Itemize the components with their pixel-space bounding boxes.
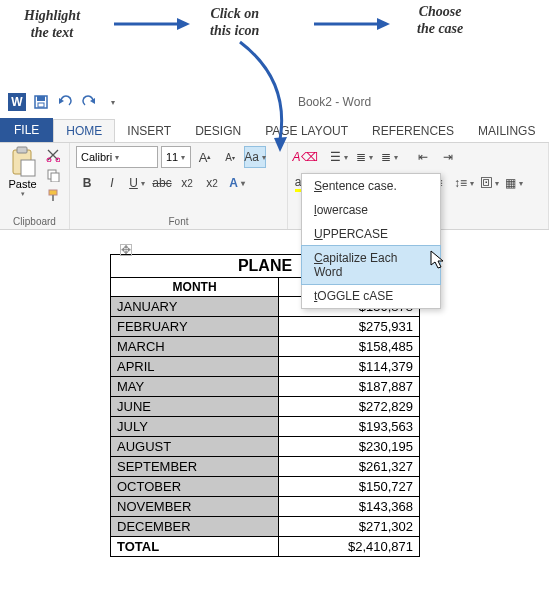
total-value: $2,410,871 — [279, 537, 420, 557]
svg-rect-11 — [17, 147, 27, 153]
shrink-font-icon[interactable]: A▾ — [219, 146, 241, 168]
change-case-label: Aa — [244, 150, 259, 164]
menu-uppercase[interactable]: UPPERCASE — [302, 222, 440, 246]
table-row[interactable]: FEBRUARY$275,931 — [111, 317, 420, 337]
table-row[interactable]: NOVEMBER$143,368 — [111, 497, 420, 517]
tab-mailings[interactable]: MAILINGS — [466, 120, 547, 142]
cell-month[interactable]: JUNE — [111, 397, 279, 417]
cell-value[interactable]: $150,727 — [279, 477, 420, 497]
save-icon[interactable] — [30, 91, 52, 113]
menu-lowercase[interactable]: lowercase — [302, 198, 440, 222]
menu-capitalize-each-word[interactable]: Capitalize Each Word — [302, 246, 440, 284]
numbering-icon[interactable]: ≣▾ — [353, 146, 375, 168]
table-row[interactable]: MARCH$158,485 — [111, 337, 420, 357]
cell-value[interactable]: $230,195 — [279, 437, 420, 457]
tutorial-annotations: Highlightthe text Click onthis icon Choo… — [0, 0, 549, 88]
menu-toggle-case[interactable]: tOGGLE cASE — [302, 284, 440, 308]
cell-month[interactable]: JANUARY — [111, 297, 279, 317]
table-row[interactable]: SEPTEMBER$261,327 — [111, 457, 420, 477]
svg-rect-12 — [21, 160, 35, 176]
cell-month[interactable]: AUGUST — [111, 437, 279, 457]
copy-icon[interactable] — [43, 166, 63, 184]
tab-file[interactable]: FILE — [0, 118, 53, 142]
svg-rect-17 — [49, 190, 57, 195]
tab-page-layout[interactable]: PAGE LAYOUT — [253, 120, 360, 142]
tab-references[interactable]: REFERENCES — [360, 120, 466, 142]
paste-button[interactable]: Paste ▾ — [6, 146, 39, 198]
cell-value[interactable]: $143,368 — [279, 497, 420, 517]
svg-rect-7 — [38, 103, 44, 107]
cell-month[interactable]: OCTOBER — [111, 477, 279, 497]
cell-month[interactable]: MAY — [111, 377, 279, 397]
text-effects-button[interactable]: A▾ — [226, 172, 248, 194]
table-row[interactable]: JULY$193,563 — [111, 417, 420, 437]
svg-marker-1 — [177, 18, 190, 30]
table-row[interactable]: MAY$187,887 — [111, 377, 420, 397]
font-name-value: Calibri — [81, 151, 112, 163]
borders-icon[interactable]: ▦▾ — [503, 172, 525, 194]
grow-font-icon[interactable]: A▴ — [194, 146, 216, 168]
table-row[interactable]: APRIL$114,379 — [111, 357, 420, 377]
cell-month[interactable]: SEPTEMBER — [111, 457, 279, 477]
quick-access-toolbar: W ▾ Book2 - Word — [0, 88, 549, 116]
italic-button[interactable]: I — [101, 172, 123, 194]
line-spacing-icon[interactable]: ↕≡▾ — [453, 172, 475, 194]
qat-customize-icon[interactable]: ▾ — [102, 91, 124, 113]
clipboard-icon — [9, 146, 37, 178]
cell-month[interactable]: NOVEMBER — [111, 497, 279, 517]
change-case-menu: Sentence case. lowercase UPPERCASE Capit… — [301, 173, 441, 309]
strikethrough-button[interactable]: abc — [151, 172, 173, 194]
cell-value[interactable]: $193,563 — [279, 417, 420, 437]
superscript-button[interactable]: x2 — [201, 172, 223, 194]
cell-value[interactable]: $272,829 — [279, 397, 420, 417]
cell-month[interactable]: FEBRUARY — [111, 317, 279, 337]
document-body: ✥ PLANE MONTH JANUARY$150,878FEBRUARY$27… — [0, 230, 549, 557]
cell-value[interactable]: $261,327 — [279, 457, 420, 477]
font-name-combo[interactable]: Calibri▾ — [76, 146, 158, 168]
cell-value[interactable]: $114,379 — [279, 357, 420, 377]
total-label: TOTAL — [111, 537, 279, 557]
arrow-icon — [112, 14, 192, 34]
undo-icon[interactable] — [54, 91, 76, 113]
increase-indent-icon[interactable]: ⇥ — [437, 146, 459, 168]
font-size-value: 11 — [166, 151, 178, 163]
col-header-month: MONTH — [111, 278, 279, 297]
word-app-icon[interactable]: W — [6, 91, 28, 113]
paste-label: Paste — [8, 178, 36, 190]
cut-icon[interactable] — [43, 146, 63, 164]
underline-button[interactable]: U▾ — [126, 172, 148, 194]
group-font: Calibri▾ 11▾ A▴ A▾ Aa▾ B I U▾ abc x2 x2 … — [70, 143, 288, 229]
cell-month[interactable]: JULY — [111, 417, 279, 437]
table-move-handle[interactable]: ✥ — [120, 244, 132, 256]
table-row[interactable]: OCTOBER$150,727 — [111, 477, 420, 497]
decrease-indent-icon[interactable]: ⇤ — [412, 146, 434, 168]
redo-icon[interactable] — [78, 91, 100, 113]
change-case-button[interactable]: Aa▾ — [244, 146, 266, 168]
cell-value[interactable]: $271,302 — [279, 517, 420, 537]
tab-home[interactable]: HOME — [53, 119, 115, 142]
cell-value[interactable]: $187,887 — [279, 377, 420, 397]
tab-design[interactable]: DESIGN — [183, 120, 253, 142]
cell-month[interactable]: DECEMBER — [111, 517, 279, 537]
table-row[interactable]: AUGUST$230,195 — [111, 437, 420, 457]
arrow-icon — [312, 14, 392, 34]
tab-insert[interactable]: INSERT — [115, 120, 183, 142]
format-painter-icon[interactable] — [43, 186, 63, 204]
cell-month[interactable]: MARCH — [111, 337, 279, 357]
table-row[interactable]: DECEMBER$271,302 — [111, 517, 420, 537]
subscript-button[interactable]: x2 — [176, 172, 198, 194]
shading-icon[interactable]: 🞖▾ — [478, 172, 500, 194]
bullets-icon[interactable]: ☰▾ — [328, 146, 350, 168]
font-size-combo[interactable]: 11▾ — [161, 146, 191, 168]
mouse-cursor-icon — [430, 250, 446, 272]
group-label-font: Font — [76, 214, 281, 227]
cell-month[interactable]: APRIL — [111, 357, 279, 377]
bold-button[interactable]: B — [76, 172, 98, 194]
multilevel-icon[interactable]: ≣▾ — [378, 146, 400, 168]
clear-formatting-icon[interactable]: A⌫ — [294, 146, 316, 168]
cell-value[interactable]: $275,931 — [279, 317, 420, 337]
cell-value[interactable]: $158,485 — [279, 337, 420, 357]
ribbon-tabs: FILE HOME INSERT DESIGN PAGE LAYOUT REFE… — [0, 116, 549, 142]
menu-sentence-case[interactable]: Sentence case. — [302, 174, 440, 198]
table-row[interactable]: JUNE$272,829 — [111, 397, 420, 417]
